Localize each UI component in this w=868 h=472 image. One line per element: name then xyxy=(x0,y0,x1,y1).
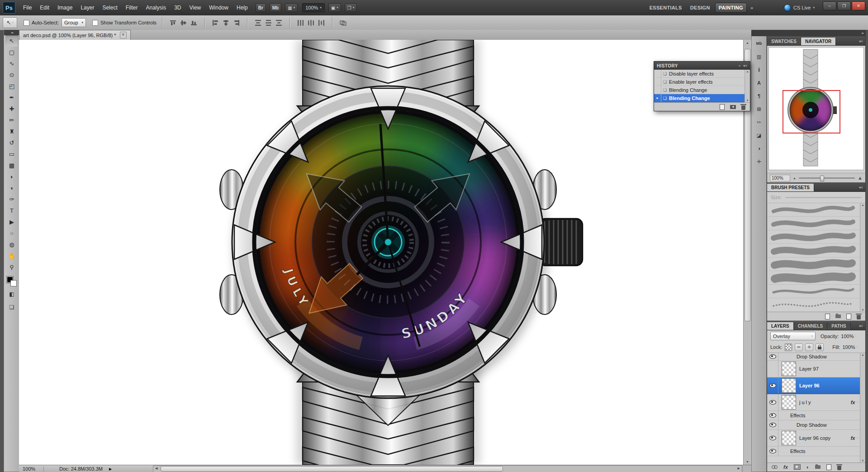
fill-value-control[interactable]: 100% ▾ xyxy=(842,344,858,350)
screen-mode-toolbar-button[interactable]: ❏ xyxy=(5,301,18,313)
info-panel-icon[interactable]: ℹ xyxy=(754,65,764,74)
navigator-zoom-slider[interactable] xyxy=(799,177,855,179)
visibility-toggle[interactable] xyxy=(767,361,778,377)
delete-layer-icon[interactable] xyxy=(837,466,841,470)
brush-preset-group-icon[interactable] xyxy=(835,315,841,318)
layer-effects-badge[interactable]: fx▾ xyxy=(851,435,858,441)
history-state[interactable]: ❏ Enable layer effects xyxy=(654,78,745,86)
path-selection-tool[interactable]: ▶ xyxy=(5,216,18,228)
scroll-up-icon[interactable]: ▲ xyxy=(744,41,751,44)
horizontal-scrollbar[interactable]: ◀ ▶ xyxy=(153,465,742,472)
menu-filter[interactable]: Filter xyxy=(122,0,142,15)
layer-row[interactable]: july fx▾ xyxy=(767,394,860,411)
layer-row-selected[interactable]: Layer 96 xyxy=(767,377,860,394)
scroll-up-icon[interactable]: ▲ xyxy=(862,353,864,356)
visibility-toggle[interactable] xyxy=(767,394,778,410)
menu-help[interactable]: Help xyxy=(232,0,252,15)
new-snapshot-icon[interactable] xyxy=(730,105,736,109)
layer-effects-badge[interactable]: fx▾ xyxy=(851,400,858,405)
menu-select[interactable]: Select xyxy=(98,0,121,15)
character-panel-icon[interactable]: A xyxy=(754,78,764,87)
lock-transparency-button[interactable] xyxy=(784,343,792,351)
navigator-zoom-field[interactable]: 100% xyxy=(770,175,790,181)
scroll-down-icon[interactable]: ▼ xyxy=(744,460,751,463)
adjustment-layer-icon[interactable]: ◐ xyxy=(806,464,810,470)
crop-tool[interactable]: ◰ xyxy=(5,81,18,92)
brush-preset-item[interactable] xyxy=(767,285,860,298)
history-state[interactable]: ❏ Disable layer effects xyxy=(654,70,745,78)
tab-navigator[interactable]: NAVIGATOR xyxy=(801,37,836,45)
zoom-in-mountain-icon[interactable]: ▲ xyxy=(858,175,863,181)
history-scrollbar[interactable]: ▲ ▼ xyxy=(745,70,750,102)
show-transform-controls-checkbox[interactable] xyxy=(92,20,98,26)
layer-effect-row[interactable]: Drop Shadow xyxy=(767,420,860,430)
new-document-from-state-icon[interactable] xyxy=(720,104,725,110)
visibility-toggle[interactable] xyxy=(767,377,778,394)
scroll-down-icon[interactable]: ▼ xyxy=(862,459,864,462)
clone-stamp-tool[interactable]: ♜ xyxy=(5,126,18,137)
collapse-panel-icon[interactable]: » xyxy=(739,64,740,68)
distribute-horizontal-centers-icon[interactable] xyxy=(306,19,316,27)
visibility-toggle[interactable] xyxy=(767,430,778,446)
layer-thumbnail[interactable] xyxy=(782,362,796,376)
photoshop-logo[interactable]: Ps xyxy=(3,2,15,14)
link-layers-icon[interactable] xyxy=(772,465,778,469)
ellipse-shape-tool[interactable]: ○ xyxy=(5,228,18,239)
panel-menu-icon[interactable]: ▾≡ xyxy=(859,39,865,45)
adjustments-panel-icon[interactable]: ◑ xyxy=(754,144,764,153)
collapse-toolbar-button[interactable]: ◂◂ xyxy=(4,30,19,35)
layer-style-icon[interactable]: fx xyxy=(783,464,788,470)
arrange-documents-button[interactable]: ▣▾ xyxy=(328,3,341,12)
brush-preset-item[interactable] xyxy=(767,230,860,244)
distribute-right-edges-icon[interactable] xyxy=(317,19,326,27)
panel-menu-icon[interactable]: ▾≡ xyxy=(743,64,747,68)
menu-3d[interactable]: 3D xyxy=(170,0,185,15)
effects-header-row[interactable]: Effects xyxy=(767,447,860,456)
navigator-proxy-preview[interactable] xyxy=(768,47,864,170)
quick-mask-button[interactable]: ◧ xyxy=(5,288,18,300)
hand-tool[interactable]: ✋ xyxy=(5,250,18,262)
maximize-button[interactable]: ❐ xyxy=(837,1,851,10)
delete-brush-icon[interactable] xyxy=(857,315,861,319)
new-group-icon[interactable] xyxy=(815,465,821,469)
gradient-tool[interactable]: ▩ xyxy=(5,160,18,171)
cs-live-button[interactable]: CS Live ▾ xyxy=(784,3,815,12)
zoom-tool[interactable]: ⚲ xyxy=(5,262,18,273)
tab-swatches[interactable]: SWATCHES xyxy=(767,37,801,45)
history-brush-source-cell[interactable]: ▸ xyxy=(654,94,661,102)
canvas-viewport[interactable]: SUNDAY JULY xyxy=(19,40,744,465)
paragraph-panel-icon[interactable]: ¶ xyxy=(754,91,764,100)
align-vertical-centers-icon[interactable] xyxy=(179,19,188,27)
navigator-view-box[interactable] xyxy=(783,90,840,133)
create-new-brush-icon[interactable] xyxy=(846,314,851,319)
menu-analysis[interactable]: Analysis xyxy=(142,0,170,15)
workspace-essentials[interactable]: ESSENTIALS xyxy=(646,3,685,12)
menu-window[interactable]: Window xyxy=(205,0,232,15)
brush-panel-icon[interactable]: ✏ xyxy=(754,118,764,127)
brush-preset-item[interactable] xyxy=(767,217,860,230)
status-zoom-field[interactable]: 100% xyxy=(23,466,43,472)
visibility-toggle[interactable] xyxy=(767,353,778,360)
new-layer-icon[interactable] xyxy=(826,464,831,470)
open-preset-manager-icon[interactable] xyxy=(825,314,830,319)
brush-presets-scrollbar[interactable]: ▲ ▼ xyxy=(860,203,865,312)
collapse-dock-button[interactable]: ◂◂ xyxy=(751,30,866,36)
brush-preset-item[interactable] xyxy=(767,271,860,285)
minimize-button[interactable]: – xyxy=(823,1,836,10)
layer-row[interactable]: Layer 97 xyxy=(767,361,860,377)
menu-edit[interactable]: Edit xyxy=(36,0,53,15)
screen-mode-button[interactable]: ❐▾ xyxy=(345,3,357,12)
brush-preset-item[interactable] xyxy=(767,257,860,271)
distribute-top-edges-icon[interactable] xyxy=(253,19,263,27)
eraser-tool[interactable]: ▭ xyxy=(5,148,18,160)
workspace-overflow-button[interactable]: » xyxy=(749,5,755,10)
tool-presets-panel-icon[interactable]: ✛ xyxy=(754,157,764,166)
scroll-left-icon[interactable]: ◀ xyxy=(155,467,157,470)
background-color-swatch[interactable] xyxy=(10,280,17,286)
align-horizontal-centers-icon[interactable] xyxy=(221,19,231,27)
menu-view[interactable]: View xyxy=(185,0,205,15)
layer-thumbnail[interactable] xyxy=(782,431,796,445)
3d-rotate-tool[interactable]: ◍ xyxy=(5,239,18,250)
align-top-edges-icon[interactable] xyxy=(168,19,178,27)
rectangular-marquee-tool[interactable]: ▢ xyxy=(5,47,18,58)
